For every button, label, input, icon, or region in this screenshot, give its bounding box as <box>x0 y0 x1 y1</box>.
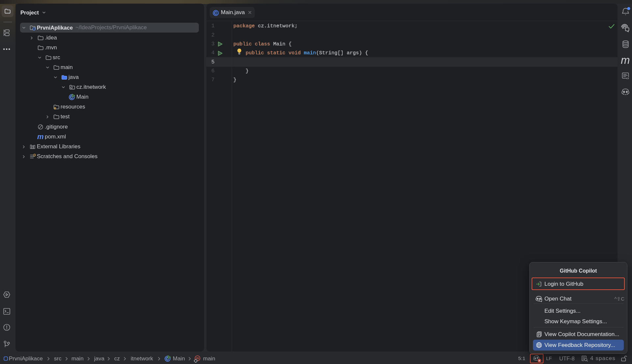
svg-text:m: m <box>196 356 199 360</box>
